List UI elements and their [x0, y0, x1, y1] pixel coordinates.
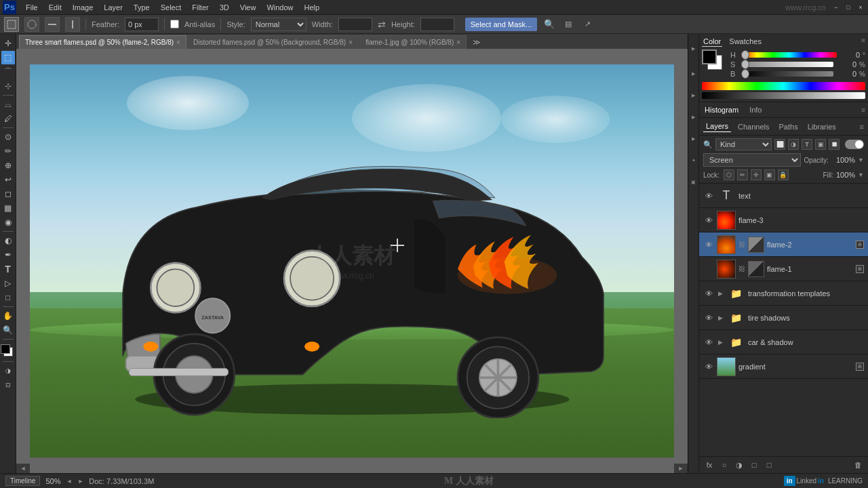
layer-fx-btn[interactable]: fx: [703, 459, 715, 471]
marquee-ellipse-tool[interactable]: [24, 17, 39, 32]
marquee-rect-tool[interactable]: [4, 17, 19, 32]
marquee-col-tool[interactable]: [65, 17, 80, 32]
menu-select[interactable]: Select: [155, 2, 187, 13]
lock-transparency[interactable]: ⬡: [724, 169, 734, 180]
layer-vis-text[interactable]: 👁: [703, 190, 714, 201]
panel-strip-btn7[interactable]: ▣: [689, 172, 698, 192]
layer-arrow-car[interactable]: ▶: [717, 339, 724, 346]
zoom-slider-arrow-left[interactable]: ◄: [66, 478, 72, 485]
layer-vis-car[interactable]: 👁: [703, 337, 714, 348]
layer-delete-btn[interactable]: 🗑: [852, 459, 864, 471]
tab-three-flames[interactable]: Three smart flames.psd @ 50% (flame-2, R…: [19, 35, 186, 49]
info-tab[interactable]: Info: [747, 105, 764, 115]
tab-distorted-flames[interactable]: Distorted flames.psd @ 50% (Background, …: [187, 35, 359, 49]
libraries-tab[interactable]: Libraries: [805, 121, 839, 132]
menu-layer[interactable]: Layer: [98, 2, 128, 13]
move-tool[interactable]: ✛: [1, 37, 15, 50]
panel-strip-btn4[interactable]: ▶: [689, 107, 698, 127]
swatches-tab[interactable]: Swatches: [728, 37, 763, 47]
quick-mask-tool[interactable]: ◑: [1, 364, 15, 378]
layer-adj-btn[interactable]: ◑: [733, 459, 745, 471]
marquee-row-tool[interactable]: [45, 17, 60, 32]
magic-wand-tool[interactable]: ⊹: [1, 79, 15, 93]
menu-filter[interactable]: Filter: [186, 2, 214, 13]
layer-vis-flame2[interactable]: 👁: [703, 239, 714, 250]
fill-arrow[interactable]: ▼: [858, 171, 864, 178]
menu-edit[interactable]: Edit: [43, 2, 67, 13]
filter-shape-icon[interactable]: ▣: [815, 139, 826, 150]
grayscale-spectrum[interactable]: [702, 92, 865, 99]
zoom-tool[interactable]: 🔍: [1, 323, 15, 337]
lock-artboard[interactable]: ▣: [764, 169, 775, 180]
canvas-viewport[interactable]: ZASTAVA: [16, 49, 688, 473]
clone-tool[interactable]: ⊕: [1, 159, 15, 172]
menu-image[interactable]: Image: [67, 2, 99, 13]
color-spectrum[interactable]: [702, 82, 865, 90]
filter-type-icon[interactable]: T: [802, 139, 812, 150]
blend-mode-select[interactable]: ScreenNormalMultiplyOverlay: [703, 153, 801, 167]
menu-view[interactable]: View: [235, 2, 262, 13]
panel-strip-btn5[interactable]: ▶: [689, 129, 698, 149]
filter-smart-icon[interactable]: 🔲: [829, 139, 840, 150]
menu-window[interactable]: Window: [261, 2, 298, 13]
close-tab-three[interactable]: ×: [176, 39, 180, 46]
fg-bg-swatches[interactable]: [702, 49, 726, 74]
close-tab-flame1[interactable]: ×: [456, 39, 460, 46]
layer-item-transform[interactable]: 👁 ▶ 📁 transformation templates: [699, 281, 868, 306]
brush-tool[interactable]: ✏: [1, 144, 15, 158]
marquee-tool[interactable]: ⬚: [1, 51, 15, 64]
fill-value[interactable]: 100%: [836, 171, 855, 179]
anti-alias-checkbox[interactable]: [170, 20, 179, 28]
layers-tab[interactable]: Layers: [703, 121, 731, 132]
eraser-tool[interactable]: ◻: [1, 187, 15, 201]
menu-3d[interactable]: 3D: [214, 2, 235, 13]
close-tab-distorted[interactable]: ×: [349, 39, 353, 46]
feather-input[interactable]: [125, 18, 159, 31]
menu-type[interactable]: Type: [128, 2, 155, 13]
win-minimize[interactable]: −: [831, 3, 841, 12]
filter-pixel-icon[interactable]: ⬜: [774, 139, 785, 150]
layer-mask-btn[interactable]: ○: [718, 459, 730, 471]
color-panel-menu[interactable]: ≡: [861, 37, 865, 47]
height-input[interactable]: [420, 18, 454, 31]
dodge-tool[interactable]: ◐: [1, 234, 15, 247]
timeline-button[interactable]: Timeline: [5, 476, 40, 486]
color-swatches[interactable]: [1, 344, 16, 359]
save-web-icon[interactable]: ↗: [580, 18, 594, 31]
opacity-arrow[interactable]: ▼: [858, 157, 864, 163]
lock-position[interactable]: ✛: [751, 169, 762, 180]
eyedropper-tool[interactable]: 🖊: [1, 112, 15, 125]
layer-new-btn[interactable]: □: [763, 459, 775, 471]
layer-vis-flame3[interactable]: 👁: [703, 215, 714, 226]
filter-adj-icon[interactable]: ◑: [788, 139, 799, 150]
hand-tool[interactable]: ✋: [1, 309, 15, 323]
layer-item-flame1[interactable]: 👁 ⛓ flame-1 ⊞: [699, 257, 868, 281]
layer-vis-tires[interactable]: 👁: [703, 312, 714, 323]
layer-group-btn[interactable]: □: [748, 459, 760, 471]
layer-arrow-transform[interactable]: ▶: [717, 290, 724, 297]
crop-tool[interactable]: ⌓: [1, 98, 15, 111]
layer-item-text[interactable]: 👁 T text: [699, 184, 868, 208]
histogram-menu[interactable]: ≡: [861, 106, 865, 114]
shape-tool[interactable]: □: [1, 291, 15, 304]
tab-flame-1[interactable]: flame-1.jpg @ 100% (RGB/8) ×: [359, 35, 467, 49]
layer-vis-gradient[interactable]: 👁: [703, 361, 714, 372]
menu-file[interactable]: File: [20, 2, 43, 13]
layer-filter-select[interactable]: Kind: [715, 138, 772, 150]
lasso-tool[interactable]: ⌒: [1, 65, 15, 79]
win-close[interactable]: ×: [856, 3, 865, 12]
scroll-right[interactable]: ►: [674, 464, 688, 473]
arrange-icon[interactable]: ▤: [561, 18, 575, 31]
menu-help[interactable]: Help: [299, 2, 326, 13]
layer-vis-transform[interactable]: 👁: [703, 288, 714, 299]
swap-icon[interactable]: ⇄: [378, 19, 386, 30]
layer-item-flame2[interactable]: 👁 ⛓ flame-2 ⊞: [699, 232, 868, 257]
blur-tool[interactable]: ◉: [1, 216, 15, 229]
filter-enable-toggle[interactable]: [845, 140, 864, 149]
screen-mode-tool[interactable]: ⊡: [1, 378, 15, 392]
path-tool[interactable]: ▷: [1, 277, 15, 290]
gradient-tool[interactable]: ▦: [1, 201, 15, 215]
panel-strip-btn6[interactable]: ✦: [689, 150, 698, 171]
opacity-value[interactable]: 100%: [831, 156, 855, 164]
panel-strip-btn3[interactable]: ▶: [689, 85, 698, 106]
